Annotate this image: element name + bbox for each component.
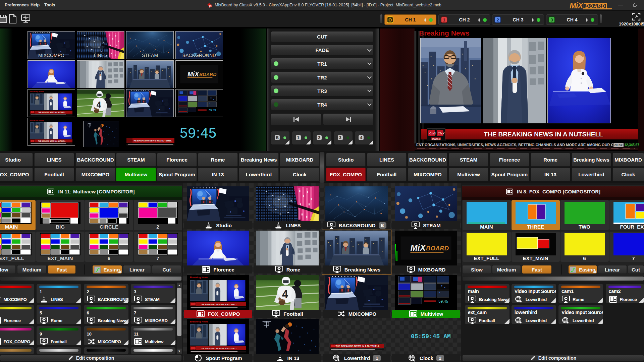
svg-text:ClsX: ClsX <box>438 132 445 135</box>
svg-text:ClsX: ClsX <box>429 132 436 135</box>
svg-text:channel: channel <box>432 138 441 140</box>
svg-text:X: X <box>209 5 211 8</box>
